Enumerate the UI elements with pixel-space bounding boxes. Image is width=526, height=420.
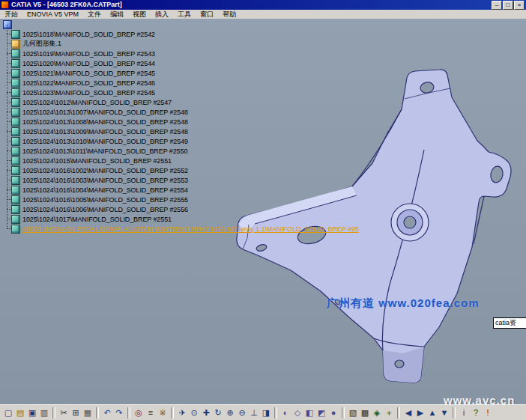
tree-item[interactable]: 1025\1018\MANIFOLD_SOLID_BREP #2542 xyxy=(7,29,359,39)
menu-item-ENOVIA V5 VPM[interactable]: ENOVIA V5 VPM xyxy=(22,10,83,19)
view-up-icon[interactable]: ▲ xyxy=(426,407,438,419)
tree-item-label: 1025\1019\MANIFOLD_SOLID_BREP #2543 xyxy=(22,50,155,58)
print-icon[interactable]: ▥ xyxy=(38,407,50,419)
list-icon[interactable]: ≡ xyxy=(145,407,157,419)
tree-item[interactable]: 1025\1024\1016\1005\MANIFOLD_SOLID_BREP … xyxy=(7,195,359,204)
tree-root-icon[interactable] xyxy=(3,20,12,29)
info-icon[interactable]: i xyxy=(458,407,470,419)
open-folder-icon[interactable]: ▤ xyxy=(14,407,26,419)
toolbar-group: ✈⊙✚↻⊕⊖⊥◨ xyxy=(176,407,272,419)
tree-item[interactable]: 1025\1024\1013\1010\MANIFOLD_SOLID_BREP … xyxy=(7,136,359,146)
toolbar-group: i?! xyxy=(458,407,494,419)
hidden-line-icon[interactable]: ◧ xyxy=(303,407,315,419)
view-down-icon[interactable]: ▼ xyxy=(438,407,450,419)
menu-item-窗口[interactable]: 窗口 xyxy=(196,10,218,19)
menu-item-工具[interactable]: 工具 xyxy=(173,10,196,19)
tree-item[interactable]: 1025\1021\MANIFOLD_SOLID_BREP #2545 xyxy=(7,68,359,78)
tree-item[interactable]: 1025\1024\1016\1002\MANIFOLD_SOLID_BREP … xyxy=(7,165,359,175)
catia-window: CATIA V5 - [46503 2FK0A.CATPart] – □ × 开… xyxy=(0,0,526,420)
normal-view-icon[interactable]: ⊥ xyxy=(248,407,260,419)
tree-item[interactable]: 1025\1020\MANIFOLD_SOLID_BREP #2544 xyxy=(7,58,359,68)
close-button[interactable]: × xyxy=(514,1,525,10)
save-icon[interactable]: ▣ xyxy=(26,407,38,419)
pan-icon[interactable]: ✚ xyxy=(200,407,212,419)
grid-icon[interactable]: ▩ xyxy=(359,407,371,419)
brep-icon xyxy=(11,137,20,146)
undo-icon[interactable]: ↶ xyxy=(101,407,113,419)
viewport-3d[interactable]: 1025\1018\MANIFOLD_SOLID_BREP #2542几何图形集… xyxy=(0,19,526,404)
tree-item-label: 1025\1024\1013\1010\MANIFOLD_SOLID_BREP … xyxy=(22,138,188,145)
tree-item[interactable]: 1025\1024\1013\1009\MANIFOLD_SOLID_BREP … xyxy=(7,127,359,136)
toolbar-group: ▧▩◈＋ xyxy=(347,407,395,419)
menu-item-编辑[interactable]: 编辑 xyxy=(106,10,128,19)
cut-icon[interactable]: ✂ xyxy=(58,407,70,419)
toolbar-separator xyxy=(96,407,99,419)
tree-item[interactable]: 1025\1024\1013\1008\MANIFOLD_SOLID_BREP … xyxy=(7,117,359,127)
menu-item-开始[interactable]: 开始 xyxy=(0,10,22,19)
brep-icon xyxy=(11,79,20,88)
shading-icon[interactable]: ◐ xyxy=(279,407,291,419)
material-icon[interactable]: ● xyxy=(327,407,339,419)
half-shade-icon[interactable]: ◩ xyxy=(315,407,327,419)
tree-item-label: 1025\1023\MANIFOLD_SOLID_BREP #2545 xyxy=(22,89,155,97)
paste-icon[interactable]: ▦ xyxy=(82,407,94,419)
fly-mode-icon[interactable]: ✈ xyxy=(176,407,188,419)
toolbar-group: ◀▶▲▼ xyxy=(402,407,450,419)
tree-item[interactable]: 1025\1019\MANIFOLD_SOLID_BREP #2543 xyxy=(7,49,359,58)
redo-icon[interactable]: ↷ xyxy=(113,407,125,419)
brep-icon xyxy=(11,176,20,185)
menu-item-插入[interactable]: 插入 xyxy=(151,10,173,19)
menu-item-帮助[interactable]: 帮助 xyxy=(218,10,241,19)
diamond-tool-icon[interactable]: ◈ xyxy=(371,407,383,419)
brep-icon xyxy=(11,108,20,117)
wireframe-icon[interactable]: ◇ xyxy=(291,407,303,419)
tree-item[interactable]: 1025\1024\1016\1003\MANIFOLD_SOLID_BREP … xyxy=(7,175,359,185)
tree-item[interactable]: 几何图形集.1 xyxy=(7,39,359,49)
tree-item[interactable]: 1025\1024\1016\1004\MANIFOLD_SOLID_BREP … xyxy=(7,185,359,195)
maximize-button[interactable]: □ xyxy=(503,1,513,10)
tree-item-label: 1025\1022\MANIFOLD_SOLID_BREP #2546 xyxy=(22,79,155,87)
zoom-in-icon[interactable]: ⊕ xyxy=(224,407,236,419)
fit-all-icon[interactable]: ⊙ xyxy=(188,407,200,419)
brep-icon xyxy=(11,118,20,127)
tree-item[interactable]: 1025\1024\1012\MANIFOLD_SOLID_BREP #2547 xyxy=(7,97,359,107)
tree-item-label: 1025\1024\1016\1003\MANIFOLD_SOLID_BREP … xyxy=(22,177,188,184)
floating-label[interactable]: catia资 xyxy=(493,317,526,329)
tree-item-label: 几何图形集.1 xyxy=(22,39,61,49)
toolbar-separator xyxy=(342,407,345,419)
view-right-icon[interactable]: ▶ xyxy=(414,407,426,419)
tree-item-label: 1025\1024\1016\1005\MANIFOLD_SOLID_BREP … xyxy=(22,196,188,204)
menu-item-视图[interactable]: 视图 xyxy=(128,10,151,19)
tree-item[interactable]: 1025\1023\MANIFOLD_SOLID_BREP #2545 xyxy=(7,88,359,97)
tree-item[interactable]: 1025\1022\MANIFOLD_SOLID_BREP #2546 xyxy=(7,78,359,88)
watermark-text: 广州有道 www.020fea.com xyxy=(327,296,480,311)
menu-item-文件[interactable]: 文件 xyxy=(83,10,106,19)
alert-icon[interactable]: ! xyxy=(482,407,494,419)
tree-item[interactable]: 46503 1HD2A-G1 PEDAL COMPL-CLUTCH W64TBR… xyxy=(7,224,359,234)
reference-icon[interactable]: ※ xyxy=(157,407,169,419)
layers-icon[interactable]: ▧ xyxy=(347,407,359,419)
tree-item[interactable]: 1025\1024\1015\MANIFOLD_SOLID_BREP #2551 xyxy=(7,156,359,165)
plus-tool-icon[interactable]: ＋ xyxy=(383,407,395,419)
split-view-icon[interactable]: ◨ xyxy=(260,407,272,419)
help-icon[interactable]: ? xyxy=(470,407,482,419)
tree-item[interactable]: 1025\1024\1013\1011\MANIFOLD_SOLID_BREP … xyxy=(7,146,359,156)
toolbar-group: ↶↷ xyxy=(101,407,125,419)
tree-item-label: 1025\1024\1016\1006\MANIFOLD_SOLID_BREP … xyxy=(22,206,188,213)
tree-item-label: 1025\1018\MANIFOLD_SOLID_BREP #2542 xyxy=(22,31,155,38)
brep-icon xyxy=(11,127,20,136)
target-icon[interactable]: ◎ xyxy=(133,407,145,419)
brep-icon xyxy=(11,195,20,204)
zoom-out-icon[interactable]: ⊖ xyxy=(236,407,248,419)
view-left-icon[interactable]: ◀ xyxy=(402,407,414,419)
new-document-icon[interactable]: ▢ xyxy=(2,407,14,419)
tree-item[interactable]: 1025\1024\1016\1006\MANIFOLD_SOLID_BREP … xyxy=(7,204,359,214)
minimize-button[interactable]: – xyxy=(492,1,502,10)
brep-icon xyxy=(11,215,20,224)
toolbar-separator xyxy=(453,407,456,419)
tree-item[interactable]: 1025\1024\1013\1007\MANIFOLD_SOLID_BREP … xyxy=(7,107,359,117)
rotate-icon[interactable]: ↻ xyxy=(212,407,224,419)
copy-icon[interactable]: ⊞ xyxy=(70,407,82,419)
window-controls: – □ × xyxy=(492,1,525,10)
tree-item[interactable]: 1025\1024\1017\MANIFOLD_SOLID_BREP #2551 xyxy=(7,214,359,224)
